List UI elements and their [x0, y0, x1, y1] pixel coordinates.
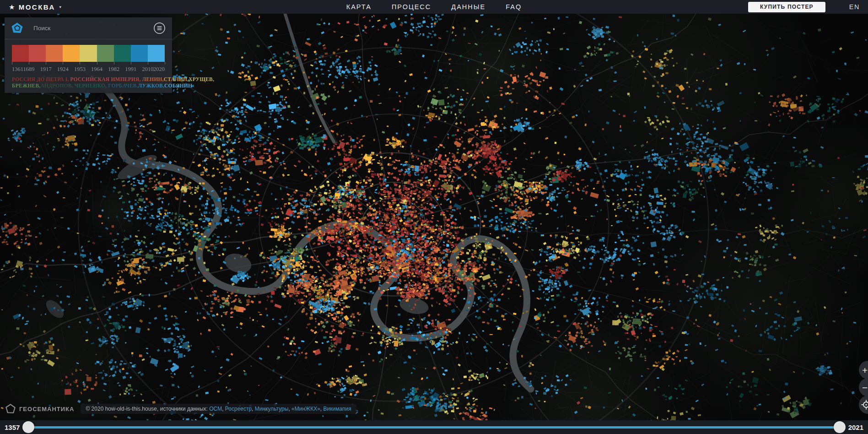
legend-tick	[148, 62, 148, 65]
legend-swatch-6[interactable]	[97, 45, 114, 62]
source-link-4[interactable]: «МинЖКХ»	[291, 406, 320, 412]
source-link-5[interactable]: Викимапия	[323, 406, 351, 412]
search-row	[5, 17, 172, 39]
legend-tick	[12, 62, 12, 65]
legend-ticks	[12, 62, 165, 65]
timeline-bar: 1357 2021	[0, 420, 868, 434]
legend-tick	[165, 62, 165, 65]
city-selector[interactable]: ★ МОСКВА ▾	[9, 3, 61, 11]
legend-tick	[46, 62, 46, 65]
legend-year-label: 1689	[23, 66, 35, 73]
eras-line-1: РОССИЯ ДО ПЕТРА I, РОССИЙСКАЯ ИМПЕРИЯ, Л…	[12, 76, 165, 82]
geosemantica-brand[interactable]: ГЕОСЕМАНТИКА	[19, 406, 74, 412]
city-name: МОСКВА	[19, 3, 55, 11]
timeline-handle-max[interactable]	[834, 421, 846, 433]
legend-years: 1361168919171924195319641982199120102020	[12, 66, 165, 73]
nav-item-3[interactable]: ДАННЫЕ	[451, 3, 485, 11]
main-nav: КАРТАПРОЦЕССДАННЫЕFAQ	[346, 3, 522, 11]
legend-tick	[29, 62, 29, 65]
legend-year-label: 1982	[108, 66, 119, 73]
layers-list-button[interactable]	[153, 22, 166, 34]
era-name: СОБЯНИН	[164, 83, 192, 88]
legend-year-label: 1361	[12, 66, 23, 73]
era-name: ХРУЩЕВ,	[189, 76, 214, 82]
legend-swatch-3[interactable]	[46, 45, 63, 62]
buy-poster-button[interactable]: КУПИТЬ ПОСТЕР	[748, 2, 825, 12]
legend-year-label: 1917	[40, 66, 52, 73]
legend-swatch-5[interactable]	[80, 45, 97, 62]
app-logo-pentagon-icon	[11, 22, 23, 34]
chevron-down-icon: ▾	[59, 5, 61, 9]
legend-swatch-7[interactable]	[114, 45, 131, 62]
legend-year-label: 1964	[91, 66, 102, 73]
legend-tick	[63, 62, 63, 65]
era-name: ГОРБАЧЕВ,	[108, 83, 138, 88]
top-bar: ★ МОСКВА ▾ КАРТАПРОЦЕССДАННЫЕFAQ КУПИТЬ …	[0, 0, 868, 14]
era-name: СТАЛИН,	[164, 76, 189, 82]
plus-icon: +	[862, 365, 868, 375]
search-input[interactable]	[32, 24, 153, 32]
eras-line-2: БРЕЖНЕВ,АНДРОПОВ, ЧЕРНЕНКО, ГОРБАЧЕВ,ЛУЖ…	[12, 82, 165, 89]
legend-swatches[interactable]	[12, 45, 165, 62]
nav-item-2[interactable]: ПРОЦЕСС	[392, 3, 431, 11]
source-link-3[interactable]: Минкультуры	[255, 406, 289, 412]
timeline-track[interactable]	[32, 426, 835, 429]
legend-swatch-4[interactable]	[63, 45, 80, 62]
attribution-bar: ГЕОСЕМАНТИКА © 2020 how-old-is-this.hous…	[5, 404, 356, 414]
era-name: БРЕЖНЕВ,	[12, 83, 40, 88]
star-icon: ★	[9, 4, 15, 11]
language-toggle[interactable]: EN	[849, 3, 860, 11]
legend-swatch-9[interactable]	[148, 45, 165, 62]
era-name: ЛУЖКОВ,	[138, 83, 164, 88]
timeline-max-label: 2021	[848, 423, 863, 431]
source-link-1[interactable]: ОСМ	[209, 406, 222, 412]
era-name: РОССИЙСКАЯ ИМПЕРИЯ,	[70, 76, 142, 82]
legend-tick	[131, 62, 131, 65]
legend-year-label: 1924	[57, 66, 69, 73]
legend-tick	[80, 62, 80, 65]
search-legend-panel: 1361168919171924195319641982199120102020…	[5, 17, 172, 93]
geosemantica-logo-icon	[5, 404, 16, 414]
link-separator: ,	[252, 406, 255, 412]
age-legend: 1361168919171924195319641982199120102020…	[5, 39, 172, 93]
legend-swatch-2[interactable]	[29, 45, 46, 62]
timeline-track-wrap	[22, 420, 845, 434]
legend-year-label: 2020	[153, 66, 165, 73]
copyright-text: © 2020 how-old-is-this.house, источники …	[86, 406, 209, 412]
era-name: АНДРОПОВ,	[40, 83, 74, 88]
source-link-2[interactable]: Росреестр	[225, 406, 252, 412]
legend-eras: РОССИЯ ДО ПЕТРА I, РОССИЙСКАЯ ИМПЕРИЯ, Л…	[12, 76, 165, 89]
legend-year-label: 1953	[74, 66, 86, 73]
legend-tick	[97, 62, 97, 65]
era-name: РОССИЯ ДО ПЕТРА I,	[12, 76, 70, 82]
legend-tick	[114, 62, 114, 65]
topbar-right: КУПИТЬ ПОСТЕР EN	[748, 2, 860, 12]
legend-year-label: 1991	[125, 66, 136, 73]
locate-icon	[861, 399, 868, 410]
timeline-handle-min[interactable]	[22, 421, 34, 433]
minus-icon: −	[862, 383, 868, 392]
era-name: ЛЕНИН,	[142, 76, 164, 82]
era-name: ЧЕРНЕНКО,	[75, 83, 108, 88]
legend-swatch-8[interactable]	[131, 45, 148, 62]
legend-year-label: 2010	[142, 66, 153, 73]
nav-item-4[interactable]: FAQ	[506, 3, 522, 11]
timeline-min-label: 1357	[5, 423, 20, 431]
legend-swatch-1[interactable]	[12, 45, 29, 62]
copyright-pill: © 2020 how-old-is-this.house, источники …	[81, 404, 356, 414]
nav-item-1[interactable]: КАРТА	[346, 3, 372, 11]
link-separator: ,	[222, 406, 225, 412]
